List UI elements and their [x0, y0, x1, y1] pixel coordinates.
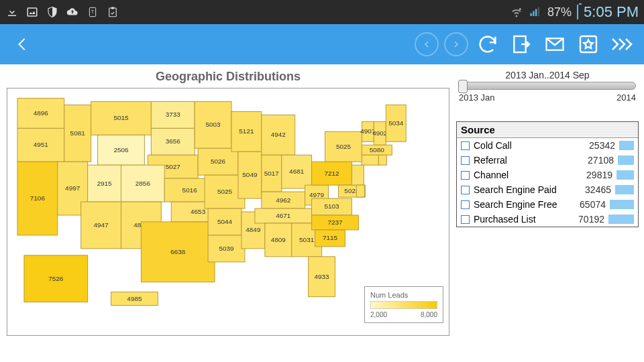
legend-title: Num Leads: [370, 291, 437, 299]
clock: 5:05 PM: [584, 3, 639, 21]
svg-rect-7: [535, 9, 537, 17]
source-row[interactable]: Cold Call 25342: [457, 138, 638, 153]
source-panel: Source Cold Call 25342 Referral 27108 Ch…: [456, 121, 639, 227]
state-label-MS: 4849: [246, 226, 261, 233]
state-label-MT: 5015: [113, 114, 129, 121]
svg-text:T: T: [91, 9, 94, 14]
svg-rect-0: [28, 8, 37, 16]
svg-rect-3: [109, 8, 117, 17]
checkbox[interactable]: [461, 200, 470, 209]
favorite-button[interactable]: [574, 30, 602, 58]
checkbox[interactable]: [461, 186, 470, 194]
state-label-ID: 5081: [70, 129, 86, 137]
state-label-KS: 5016: [182, 186, 198, 194]
source-value: 29819: [578, 170, 612, 180]
source-value: 65074: [571, 199, 606, 210]
us-map[interactable]: 4896495171065081499750152506291549473733…: [7, 88, 449, 336]
state-label-VA: 5103: [324, 203, 339, 210]
svg-rect-8: [538, 7, 539, 17]
state-label-KY: 4962: [276, 196, 291, 204]
source-bar: [618, 156, 634, 165]
wifi-icon: [510, 5, 523, 19]
state-label-IL: 5049: [242, 171, 258, 178]
more-button[interactable]: [608, 30, 636, 58]
nav-next-button[interactable]: [444, 32, 468, 56]
state-label-SD: 3656: [166, 137, 181, 145]
state-label-NV: 4997: [65, 184, 80, 192]
source-name: Cold Call: [474, 140, 576, 151]
battery-pct: 87%: [547, 5, 572, 19]
source-row[interactable]: Search Engine Paid 32465: [457, 182, 638, 197]
state-NJ[interactable]: [352, 165, 364, 185]
svg-rect-5: [531, 13, 532, 17]
source-row[interactable]: Channel 29819: [457, 168, 638, 182]
source-row[interactable]: Purchased List 70192: [457, 212, 638, 227]
source-bar: [615, 185, 634, 194]
source-name: Referral: [474, 155, 575, 166]
state-label-LA: 5039: [219, 245, 234, 252]
state-label-OH: 4681: [289, 168, 305, 175]
state-label-OK: 4653: [191, 208, 206, 215]
slider-thumb[interactable]: [458, 80, 468, 93]
state-label-TN: 4671: [276, 212, 291, 219]
state-label-ND: 3733: [166, 111, 181, 118]
state-label-HI: 4985: [127, 295, 142, 302]
back-button[interactable]: [8, 30, 36, 58]
state-label-AK: 7526: [48, 275, 64, 282]
time-slider[interactable]: 2013 Jan..2014 Sep 2013 Jan2014: [456, 70, 639, 103]
state-label-NH: 4902: [372, 129, 388, 137]
source-row[interactable]: Referral 27108: [457, 153, 638, 168]
state-label-FL: 4933: [314, 273, 329, 280]
download-icon: [5, 5, 19, 19]
source-bar: [616, 170, 634, 180]
source-value: 25342: [580, 140, 615, 151]
clipboard-icon: [106, 5, 119, 19]
checkbox[interactable]: [461, 215, 470, 224]
state-label-AR: 5044: [217, 218, 233, 225]
page-title: Geographic Distributions: [7, 70, 449, 84]
checkbox[interactable]: [461, 141, 470, 150]
state-label-GA: 5031: [299, 236, 315, 243]
state-label-CO: 2856: [136, 180, 151, 187]
state-label-MN: 5003: [205, 121, 221, 128]
state-label-AL: 4809: [271, 236, 286, 243]
svg-rect-4: [111, 7, 115, 9]
state-label-CA: 7106: [30, 194, 46, 202]
source-bar: [619, 141, 634, 150]
state-label-AZ: 4947: [93, 221, 109, 229]
app-toolbar: [0, 24, 644, 64]
state-label-MO: 5025: [217, 188, 233, 195]
source-name: Channel: [474, 170, 574, 180]
source-value: 70192: [570, 214, 604, 225]
export-button[interactable]: [507, 30, 535, 58]
source-header: Source: [457, 122, 638, 138]
state-label-WA: 4896: [34, 109, 49, 117]
source-name: Search Engine Paid: [474, 184, 572, 195]
source-bar: [608, 215, 634, 224]
state-label-WY: 2506: [113, 146, 129, 154]
checkbox[interactable]: [461, 156, 470, 165]
state-label-IA: 5026: [211, 158, 226, 165]
state-DE[interactable]: [356, 185, 364, 197]
state-label-MI: 4942: [271, 131, 286, 138]
time-range-label: 2013 Jan..2014 Sep: [459, 70, 636, 80]
state-label-UT: 2915: [97, 180, 112, 187]
state-label-IN: 5017: [264, 170, 280, 177]
checkbox[interactable]: [461, 171, 470, 180]
refresh-button[interactable]: [474, 30, 502, 58]
state-label-NE: 5027: [166, 163, 181, 170]
state-CT[interactable]: [362, 155, 378, 165]
state-label-MA: 5080: [370, 146, 385, 154]
source-row[interactable]: Search Engine Free 65074: [457, 197, 638, 212]
tmobile-icon: T: [86, 5, 99, 19]
source-value: 32465: [576, 184, 611, 195]
state-label-WV: 4979: [309, 191, 325, 198]
svg-rect-6: [533, 11, 534, 17]
state-label-WI: 5121: [239, 127, 254, 135]
image-icon: [25, 5, 39, 19]
nav-prev-button[interactable]: [415, 32, 439, 56]
state-label-OR: 4951: [34, 141, 49, 148]
state-RI[interactable]: [378, 155, 386, 165]
mail-button[interactable]: [541, 30, 569, 58]
shield-icon: [46, 5, 59, 19]
